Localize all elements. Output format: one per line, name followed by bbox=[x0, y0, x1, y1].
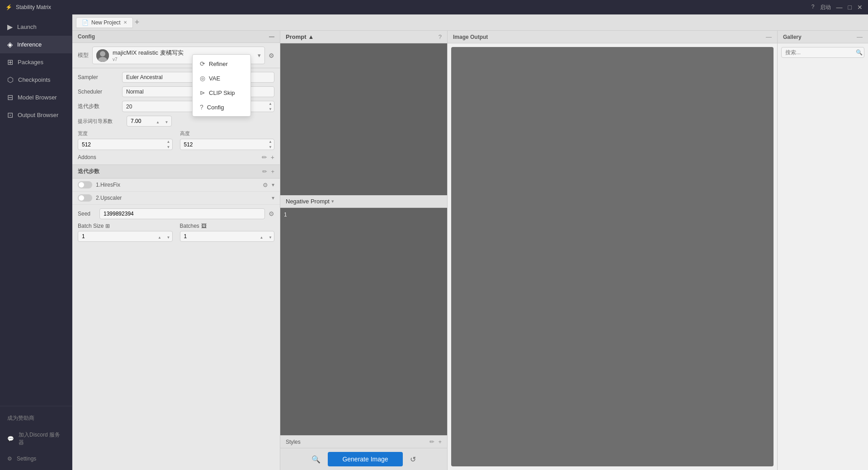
sidebar-label-launch: Launch bbox=[17, 24, 37, 30]
image-output-minimize-btn[interactable]: — bbox=[766, 33, 772, 40]
prompt-textarea[interactable] bbox=[280, 43, 447, 195]
prompt-chevron: ▲ bbox=[308, 33, 314, 40]
refresh-btn[interactable]: ↺ bbox=[410, 455, 416, 464]
sidebar-item-sponsor[interactable]: 成为赞助商 bbox=[0, 410, 72, 427]
model-label: 模型 bbox=[78, 52, 89, 59]
width-input[interactable] bbox=[78, 140, 165, 150]
height-input[interactable] bbox=[180, 140, 267, 150]
styles-row: Styles ✏ + bbox=[280, 435, 447, 448]
tab-new-project[interactable]: 📄 New Project ✕ bbox=[76, 17, 133, 28]
app-layout: ▶ Launch ◈ Inference ⊞ Packages ⬡ Checkp… bbox=[0, 14, 868, 470]
neg-prompt-label: Negative Prompt bbox=[286, 198, 330, 205]
vae-label: VAE bbox=[209, 75, 220, 82]
guidance-input[interactable] bbox=[127, 116, 154, 126]
gallery-search-input[interactable] bbox=[785, 49, 853, 56]
image-output-header: Image Output — bbox=[448, 31, 777, 43]
minimize-btn[interactable]: — bbox=[836, 4, 843, 11]
neg-prompt-textarea[interactable]: 1 bbox=[280, 208, 447, 435]
upscaler-chevron-btn[interactable]: ▾ bbox=[272, 195, 274, 201]
styles-edit-btn[interactable]: ✏ bbox=[429, 438, 434, 445]
seed-label: Seed bbox=[78, 211, 96, 217]
iterations-add-btn[interactable]: + bbox=[271, 168, 274, 175]
steps-down-arrow[interactable]: ▼ bbox=[267, 107, 274, 112]
steps-up-arrow[interactable]: ▲ bbox=[267, 101, 274, 107]
gallery-panel: Gallery — 🔍 bbox=[778, 31, 868, 470]
batches-input[interactable] bbox=[180, 231, 258, 241]
width-up-arrow[interactable]: ▲ bbox=[165, 139, 172, 145]
guidance-arrows: ▲ ▼ bbox=[154, 118, 170, 125]
dropdown-item-clip-skip[interactable]: ⊳ CLIP Skip bbox=[193, 85, 250, 100]
batch-size-down-arrow[interactable]: ▼ bbox=[165, 235, 172, 240]
seed-random-btn[interactable]: ⚙ bbox=[269, 210, 274, 217]
sidebar-item-output-browser[interactable]: ⊡ Output Browser bbox=[0, 106, 72, 124]
upscaler-right: ▾ bbox=[272, 195, 274, 201]
close-btn[interactable]: ✕ bbox=[857, 4, 863, 11]
styles-buttons: ✏ + bbox=[429, 438, 442, 445]
height-up-arrow[interactable]: ▲ bbox=[267, 139, 274, 145]
model-avatar bbox=[96, 49, 109, 62]
titlebar: ⚡ Stability Matrix ? 启动 — □ ✕ bbox=[0, 0, 868, 14]
sidebar: ▶ Launch ◈ Inference ⊞ Packages ⬡ Checkp… bbox=[0, 14, 72, 470]
tab-add-button[interactable]: + bbox=[135, 18, 140, 27]
zoom-btn[interactable]: 🔍 bbox=[311, 455, 321, 464]
model-browser-icon: ⊟ bbox=[7, 93, 13, 102]
prompt-title-btn[interactable]: Prompt ▲ bbox=[286, 33, 314, 40]
dropdown-item-vae[interactable]: ◎ VAE bbox=[193, 71, 250, 85]
tab-label: New Project bbox=[91, 19, 121, 26]
hires-fix-label: 1.HiresFix bbox=[96, 182, 120, 188]
sidebar-item-model-browser[interactable]: ⊟ Model Browser bbox=[0, 89, 72, 106]
generate-image-button[interactable]: Generate Image bbox=[328, 452, 402, 466]
styles-add-btn[interactable]: + bbox=[438, 438, 442, 445]
workspace: Config — 模型 bbox=[72, 31, 868, 470]
height-down-arrow[interactable]: ▼ bbox=[267, 145, 274, 150]
batches-up-arrow[interactable]: ▲ bbox=[258, 235, 265, 240]
hires-fix-row: 1.HiresFix ⚙ ▾ bbox=[72, 179, 280, 192]
batch-size-up-arrow[interactable]: ▲ bbox=[156, 235, 163, 240]
sponsor-label: 成为赞助商 bbox=[7, 414, 34, 422]
addons-edit-btn[interactable]: ✏ bbox=[262, 154, 267, 161]
action-btn[interactable]: 启动 bbox=[820, 4, 831, 11]
sidebar-item-packages[interactable]: ⊞ Packages bbox=[0, 53, 72, 71]
addons-add-btn[interactable]: + bbox=[271, 154, 274, 161]
clip-skip-icon: ⊳ bbox=[200, 89, 205, 96]
prompt-textarea-wrapper bbox=[280, 43, 447, 195]
batch-size-input[interactable] bbox=[78, 231, 156, 241]
help-icon[interactable]: ? bbox=[811, 4, 815, 11]
guidance-row: 提示词引导系数 ▲ ▼ bbox=[78, 116, 274, 127]
hires-fix-chevron-btn[interactable]: ▾ bbox=[272, 182, 274, 188]
gallery-minimize-btn[interactable]: — bbox=[857, 33, 863, 40]
discord-icon: 💬 bbox=[7, 436, 14, 442]
hires-fix-toggle[interactable] bbox=[78, 181, 92, 188]
app-icon: ⚡ bbox=[5, 4, 12, 10]
seed-input[interactable] bbox=[99, 208, 265, 219]
batches-down-arrow[interactable]: ▼ bbox=[267, 235, 274, 240]
dropdown-item-config[interactable]: ? Config bbox=[193, 100, 250, 114]
packages-icon: ⊞ bbox=[7, 58, 13, 66]
config-icon: ? bbox=[200, 103, 203, 111]
sidebar-item-launch[interactable]: ▶ Launch bbox=[0, 18, 72, 36]
width-down-arrow[interactable]: ▼ bbox=[165, 145, 172, 150]
batches-icon: 🖼 bbox=[201, 223, 207, 229]
config-collapse-btn[interactable]: — bbox=[269, 33, 274, 40]
sidebar-item-checkpoints[interactable]: ⬡ Checkpoints bbox=[0, 71, 72, 89]
model-settings-gear[interactable]: ⚙ bbox=[269, 52, 274, 59]
guidance-down-arrow[interactable]: ▼ bbox=[163, 120, 170, 125]
height-arrows: ▲ ▼ bbox=[267, 139, 274, 150]
guidance-up-arrow[interactable]: ▲ bbox=[154, 120, 161, 125]
sidebar-item-inference[interactable]: ◈ Inference bbox=[0, 36, 72, 53]
hires-fix-gear-btn[interactable]: ⚙ bbox=[263, 182, 268, 188]
prompt-help-btn[interactable]: ? bbox=[439, 33, 442, 40]
sidebar-item-discord[interactable]: 💬 加入Discord 服务器 bbox=[0, 427, 72, 451]
maximize-btn[interactable]: □ bbox=[848, 4, 852, 11]
upscaler-toggle[interactable] bbox=[78, 194, 92, 202]
sidebar-item-settings[interactable]: ⚙ Settings bbox=[0, 451, 72, 466]
output-browser-icon: ⊡ bbox=[7, 111, 13, 119]
batches-arrows: ▲ ▼ bbox=[258, 233, 274, 240]
main-content: 📄 New Project ✕ + Config — 模型 bbox=[72, 14, 868, 470]
iterations-edit-btn[interactable]: ✏ bbox=[262, 168, 267, 175]
inference-icon: ◈ bbox=[7, 40, 13, 49]
tab-close-button[interactable]: ✕ bbox=[123, 20, 127, 25]
titlebar-left: ⚡ Stability Matrix bbox=[5, 4, 51, 10]
dropdown-item-refiner[interactable]: ⟳ Refiner bbox=[193, 56, 250, 71]
neg-prompt-chevron[interactable]: ▾ bbox=[331, 198, 334, 204]
